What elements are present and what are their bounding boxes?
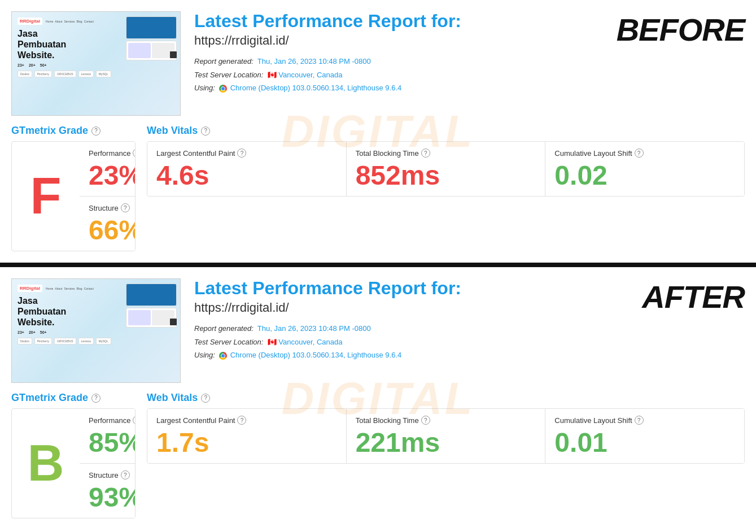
- after-vitals-table: Largest Contentful Paint ? 1.7s Total Bl…: [147, 408, 745, 464]
- before-tbt-value: 852ms: [356, 162, 536, 189]
- after-perf-struct: Performance ? 85% Structure ? 93%: [80, 409, 136, 518]
- before-tbt-label: Total Blocking Time ?: [356, 149, 536, 158]
- after-grades-wrapper: GTmetrix Grade ? B Performance ? 85%: [11, 392, 745, 518]
- after-tbt-label: Total Blocking Time ?: [356, 416, 536, 425]
- after-structure-value: 93%: [89, 484, 136, 511]
- before-cls-cell: Cumulative Layout Shift ? 0.02: [545, 142, 744, 196]
- meta-generated-label: Report generated:: [194, 57, 254, 66]
- after-meta-using: Using: Chrome (Desktop) 103.0.5060.134, …: [194, 348, 745, 361]
- after-cls-value: 0.01: [554, 429, 735, 456]
- before-gtmetrix-section: GTmetrix Grade ? F Performance ? 23%: [11, 125, 136, 251]
- before-cls-value: 0.02: [554, 162, 735, 189]
- meta-server-label: Test Server Location:: [194, 71, 263, 79]
- after-performance-value: 85%: [89, 429, 136, 456]
- after-grade-value: B: [12, 409, 80, 518]
- after-performance-help[interactable]: ?: [133, 416, 136, 425]
- meta-using: Using: Chrome (Desktop) 103.0.5060.134, …: [194, 81, 745, 94]
- after-lcp-cell: Largest Contentful Paint ? 1.7s: [147, 409, 347, 463]
- before-section: DIGITAL BEFORE RRDigital Home About Serv…: [0, 0, 756, 267]
- after-section: DIGITAL AFTER RRDigital Home About Servi…: [0, 267, 756, 530]
- before-label: BEFORE: [617, 11, 745, 48]
- before-lcp-cell: Largest Contentful Paint ? 4.6s: [147, 142, 347, 196]
- before-cls-label: Cumulative Layout Shift ?: [554, 149, 735, 158]
- after-lcp-help[interactable]: ?: [237, 416, 246, 425]
- before-grade-value: F: [12, 142, 80, 251]
- before-structure-label: Structure ?: [89, 203, 136, 212]
- after-performance-cell: Performance ? 85%: [80, 409, 136, 464]
- after-meta-server: Test Server Location: 🇨🇦 Vancouver, Cana…: [194, 335, 745, 348]
- before-performance-cell: Performance ? 23%: [80, 142, 136, 197]
- before-vitals-section: Web Vitals ? Largest Contentful Paint ? …: [147, 125, 745, 251]
- after-meta-generated-value: Thu, Jan 26, 2023 10:48 PM -0800: [257, 324, 371, 333]
- after-tbt-value: 221ms: [356, 429, 536, 456]
- meta-server: Test Server Location: 🇨🇦 Vancouver, Cana…: [194, 68, 745, 81]
- after-cls-help[interactable]: ?: [635, 416, 644, 425]
- after-lcp-label: Largest Contentful Paint ?: [156, 416, 337, 425]
- after-meta-using-label: Using:: [194, 351, 215, 359]
- after-structure-cell: Structure ? 93%: [80, 464, 136, 518]
- tbt-help[interactable]: ?: [421, 149, 430, 158]
- structure-help[interactable]: ?: [121, 203, 130, 212]
- after-screenshot-logo: RRDigital: [18, 285, 42, 292]
- before-grade-table: F Performance ? 23% Structure ?: [11, 141, 136, 251]
- lcp-help[interactable]: ?: [237, 149, 246, 158]
- after-screenshot-brands: Deskro Pincherry GROCEBUS Lensica MySQL: [18, 338, 174, 345]
- after-screenshot-cards: [126, 284, 177, 328]
- before-lcp-value: 4.6s: [156, 162, 337, 189]
- after-cls-cell: Cumulative Layout Shift ? 0.01: [545, 409, 744, 463]
- after-screenshot: RRDigital Home About Services Blog Conta…: [11, 278, 181, 383]
- before-vitals-title: Web Vitals ?: [147, 125, 745, 137]
- after-flag: 🇨🇦: [268, 338, 277, 346]
- before-gtmetrix-title: GTmetrix Grade ?: [11, 125, 136, 137]
- before-lcp-label: Largest Contentful Paint ?: [156, 149, 337, 158]
- meta-generated: Report generated: Thu, Jan 26, 2023 10:4…: [194, 55, 745, 68]
- before-structure-value: 66%: [89, 217, 136, 244]
- after-meta-server-value: Vancouver, Canada: [278, 338, 342, 346]
- after-label: AFTER: [642, 278, 745, 315]
- before-performance-label: Performance ?: [89, 149, 136, 158]
- performance-help[interactable]: ?: [133, 149, 136, 158]
- before-vitals-table: Largest Contentful Paint ? 4.6s Total Bl…: [147, 141, 745, 197]
- before-grades-wrapper: GTmetrix Grade ? F Performance ? 23%: [11, 125, 745, 251]
- after-chrome-icon: [219, 352, 227, 360]
- screenshot-stats: 23+ 20+ 50+: [18, 63, 174, 67]
- vitals-help[interactable]: ?: [201, 127, 210, 136]
- cls-help[interactable]: ?: [635, 149, 644, 158]
- after-gtmetrix-help[interactable]: ?: [91, 394, 100, 403]
- chrome-icon: [219, 85, 227, 93]
- after-tbt-cell: Total Blocking Time ? 221ms: [347, 409, 546, 463]
- before-perf-struct: Performance ? 23% Structure ? 66%: [80, 142, 136, 251]
- after-meta-using-value: Chrome (Desktop) 103.0.5060.134, Lightho…: [230, 351, 402, 359]
- after-vitals-title: Web Vitals ?: [147, 392, 745, 404]
- meta-using-value: Chrome (Desktop) 103.0.5060.134, Lightho…: [230, 84, 402, 92]
- screenshot-logo: RRDigital: [18, 18, 42, 25]
- before-structure-cell: Structure ? 66%: [80, 197, 136, 251]
- meta-server-value: Vancouver, Canada: [278, 71, 342, 79]
- after-meta-generated: Report generated: Thu, Jan 26, 2023 10:4…: [194, 322, 745, 335]
- before-screenshot: RRDigital Home About Services Blog Conta…: [11, 11, 181, 116]
- after-screenshot-stats: 23+ 20+ 50+: [18, 330, 174, 334]
- before-flag: 🇨🇦: [268, 71, 277, 79]
- after-performance-label: Performance ?: [89, 416, 136, 425]
- after-meta-generated-label: Report generated:: [194, 324, 254, 333]
- before-report-meta: Report generated: Thu, Jan 26, 2023 10:4…: [194, 55, 745, 94]
- after-grade-table: B Performance ? 85% Structure ?: [11, 408, 136, 518]
- after-tbt-help[interactable]: ?: [421, 416, 430, 425]
- after-top-row: RRDigital Home About Services Blog Conta…: [11, 278, 745, 383]
- screenshot-brands: Deskro Pincherry GROCEBUS Lensica MySQL: [18, 71, 174, 77]
- after-lcp-value: 1.7s: [156, 429, 337, 456]
- meta-using-label: Using:: [194, 84, 215, 92]
- gtmetrix-help[interactable]: ?: [91, 127, 100, 136]
- after-gtmetrix-section: GTmetrix Grade ? B Performance ? 85%: [11, 392, 136, 518]
- after-meta-server-label: Test Server Location:: [194, 338, 263, 346]
- after-vitals-help[interactable]: ?: [201, 394, 210, 403]
- after-gtmetrix-title: GTmetrix Grade ?: [11, 392, 136, 404]
- meta-generated-value: Thu, Jan 26, 2023 10:48 PM -0800: [257, 57, 371, 66]
- before-performance-value: 23%: [89, 162, 136, 189]
- after-structure-help[interactable]: ?: [121, 470, 130, 479]
- after-cls-label: Cumulative Layout Shift ?: [554, 416, 735, 425]
- screenshot-cards: [126, 16, 177, 60]
- after-report-meta: Report generated: Thu, Jan 26, 2023 10:4…: [194, 322, 745, 361]
- after-structure-label: Structure ?: [89, 470, 136, 479]
- after-vitals-section: Web Vitals ? Largest Contentful Paint ? …: [147, 392, 745, 518]
